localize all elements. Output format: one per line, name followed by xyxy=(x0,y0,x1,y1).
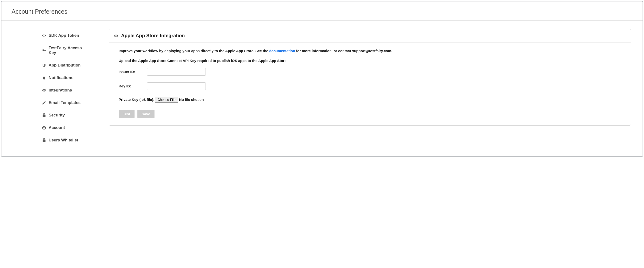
code-icon xyxy=(42,33,48,38)
issuer-id-row: Issuer ID: xyxy=(119,68,621,76)
sidebar: SDK App Token TestFairy Access Key App D… xyxy=(2,26,83,146)
private-key-row: Private Key (.p8 file): Choose File No f… xyxy=(119,97,621,103)
page-title: Account Preferences xyxy=(12,8,632,15)
sidebar-item-label: Users Whitelist xyxy=(48,138,78,143)
panel-header: Apple App Store Integration xyxy=(109,29,631,42)
choose-file-button[interactable]: Choose File xyxy=(155,97,178,103)
lock-icon xyxy=(42,138,48,142)
sidebar-item-email-templates[interactable]: Email Templates xyxy=(42,97,83,109)
sidebar-item-label: SDK App Token xyxy=(48,33,79,38)
sidebar-item-label: Notifications xyxy=(48,75,74,80)
intro-pre: Improve your workflow by deploying your … xyxy=(119,49,269,53)
issuer-id-label: Issuer ID: xyxy=(119,70,147,74)
integration-panel: Apple App Store Integration Improve your… xyxy=(109,29,631,126)
sidebar-item-label: Account xyxy=(48,125,65,130)
key-icon xyxy=(42,48,48,53)
page-body: SDK App Token TestFairy Access Key App D… xyxy=(2,21,642,146)
panel-body: Improve your workflow by deploying your … xyxy=(109,42,631,125)
intro-post: for more information, or contact support… xyxy=(295,49,392,53)
lock-icon xyxy=(42,113,48,118)
private-key-label: Private Key (.p8 file): xyxy=(119,98,154,102)
link-icon xyxy=(114,34,119,38)
bell-icon xyxy=(42,76,48,80)
sidebar-item-label: App Distribution xyxy=(48,63,80,68)
sidebar-item-users-whitelist[interactable]: Users Whitelist xyxy=(42,134,83,146)
save-button[interactable]: Save xyxy=(138,110,154,118)
sidebar-item-app-distribution[interactable]: App Distribution xyxy=(42,59,83,72)
sidebar-item-testfairy-access-key[interactable]: TestFairy Access Key xyxy=(42,42,83,59)
sidebar-item-account[interactable]: Account xyxy=(42,122,83,134)
documentation-link[interactable]: documentation xyxy=(269,49,295,53)
sidebar-item-label: Security xyxy=(48,113,65,118)
preferences-window: Account Preferences SDK App Token TestFa… xyxy=(1,1,643,156)
sub-intro-text: Upload the Apple App Store Connect API K… xyxy=(119,59,621,63)
sidebar-item-integrations[interactable]: Integrations xyxy=(42,84,83,97)
sidebar-item-label: TestFairy Access Key xyxy=(48,46,83,55)
panel-title: Apple App Store Integration xyxy=(121,33,185,38)
key-id-input[interactable] xyxy=(147,82,206,90)
test-button[interactable]: Test xyxy=(119,110,134,118)
link-icon xyxy=(42,88,48,93)
key-id-row: Key ID: xyxy=(119,82,621,90)
sidebar-item-sdk-app-token[interactable]: SDK App Token xyxy=(42,29,83,42)
person-icon xyxy=(42,126,48,130)
sidebar-item-label: Email Templates xyxy=(48,100,80,105)
file-status-text: No file chosen xyxy=(179,98,204,102)
page-header: Account Preferences xyxy=(2,1,642,21)
issuer-id-input[interactable] xyxy=(147,68,206,76)
main-content: Apple App Store Integration Improve your… xyxy=(83,26,642,146)
sidebar-item-notifications[interactable]: Notifications xyxy=(42,72,83,84)
action-buttons: Test Save xyxy=(119,110,621,118)
key-id-label: Key ID: xyxy=(119,84,147,88)
sidebar-item-label: Integrations xyxy=(48,88,72,93)
intro-text: Improve your workflow by deploying your … xyxy=(119,48,621,54)
shield-icon xyxy=(42,63,48,67)
sidebar-item-security[interactable]: Security xyxy=(42,109,83,122)
pencil-icon xyxy=(42,101,48,105)
